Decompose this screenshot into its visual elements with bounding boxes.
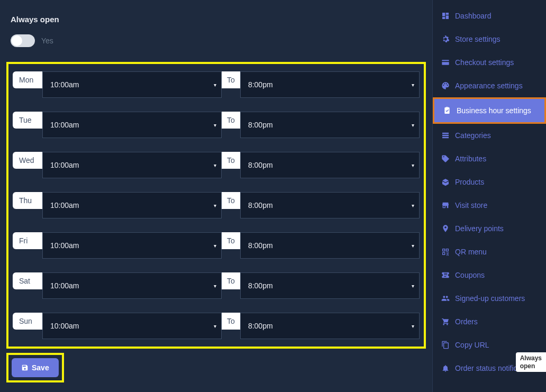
to-label: To	[222, 272, 240, 289]
sidebar-item-label: Signed-up customers	[455, 294, 525, 303]
close-time-wrap: 8:00pm	[240, 192, 420, 218]
day-row: Sat10:00amTo8:00pm	[13, 272, 420, 299]
open-time-select[interactable]: 10:00am	[42, 152, 222, 178]
coupon-icon	[441, 271, 450, 279]
save-button-label: Save	[32, 363, 49, 372]
sidebar-item-label: Appearance settings	[455, 81, 523, 90]
close-time-select[interactable]: 8:00pm	[240, 232, 420, 259]
open-time-wrap: 10:00am	[42, 313, 222, 339]
copy-icon	[441, 341, 450, 349]
bell-icon	[441, 364, 450, 372]
sidebar-item-attributes[interactable]: Attributes	[433, 147, 546, 170]
always-open-label: Always open	[11, 15, 422, 24]
open-time-wrap: 10:00am	[42, 192, 222, 218]
close-time-select[interactable]: 8:00pm	[240, 71, 420, 98]
day-label: Wed	[13, 152, 42, 169]
sidebar-item-checkout-settings[interactable]: Checkout settings	[433, 51, 546, 74]
day-label: Sun	[13, 313, 42, 330]
sidebar-item-orders[interactable]: Orders	[433, 310, 546, 333]
to-label: To	[222, 71, 240, 88]
sidebar-item-label: Store settings	[455, 35, 501, 43]
toggle-knob	[12, 35, 22, 46]
sidebar-item-categories[interactable]: Categories	[433, 124, 546, 147]
to-label: To	[222, 192, 240, 209]
day-row: Fri10:00amTo8:00pm	[13, 232, 420, 259]
business-hours-box: Mon10:00amTo8:00pmTue10:00amTo8:00pmWed1…	[6, 62, 426, 349]
sidebar-item-label: Business hour settings	[457, 106, 531, 115]
sidebar-item-label: Attributes	[455, 154, 486, 163]
close-time-wrap: 8:00pm	[240, 232, 420, 259]
sidebar-item-label: Copy URL	[455, 341, 489, 349]
day-row: Wed10:00amTo8:00pm	[13, 152, 420, 178]
sidebar-item-label: Delivery points	[455, 224, 504, 233]
store-icon	[441, 201, 450, 209]
qr-icon	[441, 248, 450, 256]
day-row: Mon10:00amTo8:00pm	[13, 71, 420, 98]
open-time-select[interactable]: 10:00am	[42, 112, 222, 138]
open-time-wrap: 10:00am	[42, 71, 222, 98]
toggle-row: Yes	[11, 34, 422, 47]
main-content: Always open Yes Mon10:00amTo8:00pmTue10:…	[0, 0, 432, 392]
sidebar-item-label: Orders	[455, 317, 478, 326]
sidebar-item-products[interactable]: Products	[433, 170, 546, 194]
day-row: Sun10:00amTo8:00pm	[13, 313, 420, 339]
to-label: To	[222, 112, 240, 129]
open-time-select[interactable]: 10:00am	[42, 232, 222, 259]
sidebar-item-label: Coupons	[455, 271, 485, 279]
open-time-select[interactable]: 10:00am	[42, 192, 222, 218]
sidebar-item-dashboard[interactable]: Dashboard	[433, 4, 546, 28]
toggle-text: Yes	[41, 37, 53, 45]
gear-icon	[441, 35, 450, 43]
sidebar-item-label: Categories	[455, 131, 491, 140]
close-time-select[interactable]: 8:00pm	[240, 152, 420, 178]
day-row: Thu10:00amTo8:00pm	[13, 192, 420, 218]
dashboard-icon	[441, 12, 450, 20]
sidebar-item-qr-menu[interactable]: QR menu	[433, 240, 546, 263]
open-time-wrap: 10:00am	[42, 112, 222, 138]
open-time-select[interactable]: 10:00am	[42, 313, 222, 339]
close-time-select[interactable]: 8:00pm	[240, 272, 420, 299]
day-label: Sat	[13, 272, 42, 289]
day-label: Mon	[13, 71, 42, 88]
users-icon	[441, 294, 450, 303]
open-time-select[interactable]: 10:00am	[42, 71, 222, 98]
cart-icon	[441, 317, 450, 326]
close-time-wrap: 8:00pm	[240, 313, 420, 339]
close-time-wrap: 8:00pm	[240, 112, 420, 138]
sidebar-item-appearance-settings[interactable]: Appearance settings	[433, 74, 546, 97]
sidebar: DashboardStore settingsCheckout settings…	[432, 0, 546, 392]
open-time-wrap: 10:00am	[42, 232, 222, 259]
sidebar-item-label: Checkout settings	[455, 58, 514, 67]
palette-icon	[441, 81, 450, 90]
sidebar-item-label: Visit store	[455, 201, 487, 209]
day-label: Fri	[13, 232, 42, 249]
day-label: Thu	[13, 192, 42, 209]
tags-icon	[441, 154, 450, 163]
save-button[interactable]: Save	[12, 358, 59, 377]
pin-icon	[441, 224, 450, 233]
day-label: Tue	[13, 112, 42, 129]
sidebar-item-store-settings[interactable]: Store settings	[433, 28, 546, 51]
day-row: Tue10:00amTo8:00pm	[13, 112, 420, 138]
save-icon	[21, 364, 29, 371]
open-time-select[interactable]: 10:00am	[42, 272, 222, 299]
to-label: To	[222, 313, 240, 330]
close-time-wrap: 8:00pm	[240, 152, 420, 178]
open-time-wrap: 10:00am	[42, 152, 222, 178]
sidebar-item-delivery-points[interactable]: Delivery points	[433, 217, 546, 240]
sidebar-item-coupons[interactable]: Coupons	[433, 263, 546, 287]
always-open-section: Always open Yes	[6, 6, 426, 58]
sidebar-item-label: Products	[455, 178, 484, 186]
clock-icon	[443, 106, 451, 115]
sidebar-item-visit-store[interactable]: Visit store	[433, 194, 546, 217]
always-open-toggle[interactable]	[11, 34, 35, 47]
close-time-select[interactable]: 8:00pm	[240, 313, 420, 339]
card-icon	[441, 58, 450, 67]
to-label: To	[222, 152, 240, 169]
close-time-select[interactable]: 8:00pm	[240, 192, 420, 218]
close-time-select[interactable]: 8:00pm	[240, 112, 420, 138]
sidebar-item-label: QR menu	[455, 248, 487, 256]
sidebar-item-business-hour-settings[interactable]: Business hour settings	[433, 97, 546, 124]
sidebar-item-signed-up-customers[interactable]: Signed-up customers	[433, 287, 546, 310]
open-time-wrap: 10:00am	[42, 272, 222, 299]
